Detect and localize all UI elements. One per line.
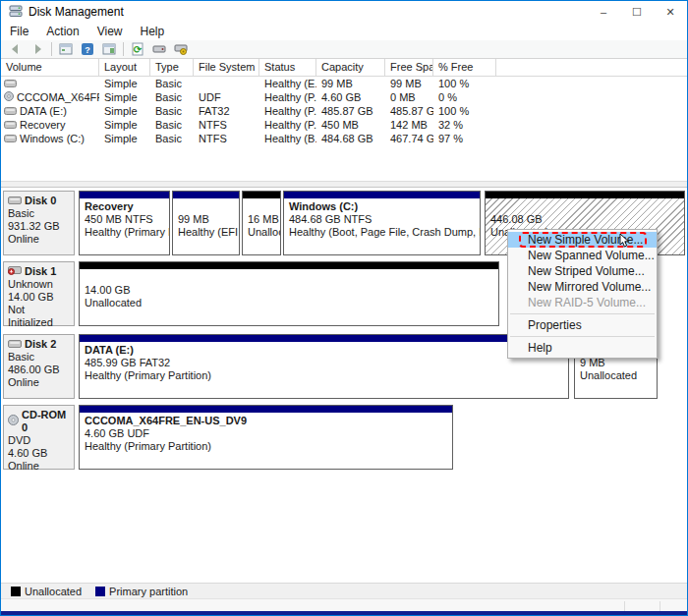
disk-settings-icon[interactable]	[170, 41, 192, 58]
volume-name: Recovery	[20, 118, 65, 132]
disk-type: DVD	[8, 434, 70, 447]
volume-status: Healthy (B...	[259, 132, 316, 145]
partition-cdrom-media[interactable]: CCCOMA_X64FRE_EN-US_DV9 4.60 GB UDF Heal…	[79, 405, 453, 470]
forward-icon[interactable]	[27, 41, 48, 58]
menu-new-mirrored-volume[interactable]: New Mirrored Volume...	[508, 279, 657, 295]
column-header-layout[interactable]: Layout	[99, 59, 150, 76]
column-header-pct-free[interactable]: % Free	[433, 59, 496, 76]
legend-primary-partition: Primary partition	[95, 586, 188, 597]
disk-status: Not Initialized	[8, 304, 70, 329]
volume-pct-free: 0 %	[433, 90, 496, 104]
partition-efi[interactable]: 99 MB Healthy (EFI System Partition)	[172, 191, 240, 255]
minimize-button[interactable]: –	[587, 1, 620, 23]
statusbar-divider	[624, 601, 625, 611]
volume-layout: Simple	[99, 77, 150, 90]
menu-separator	[510, 336, 655, 337]
show-action-pane-icon[interactable]	[98, 41, 120, 58]
toolbar-separator	[123, 42, 124, 56]
partition-windows-c[interactable]: Windows (C:) 484.68 GB NTFS Healthy (Boo…	[283, 191, 481, 255]
partition-color-bar	[486, 192, 684, 198]
column-header-free-space[interactable]: Free Spa...	[385, 59, 433, 76]
menu-new-spanned-volume[interactable]: New Spanned Volume...	[508, 248, 657, 263]
maximize-button[interactable]: ☐	[620, 1, 654, 23]
close-button[interactable]: ✕	[654, 1, 687, 23]
disk0-label[interactable]: Disk 0 Basic 931.32 GB Online	[3, 191, 75, 255]
volume-layout: Simple	[99, 104, 150, 118]
unallocated-context-menu: New Simple Volume... New Spanned Volume.…	[507, 229, 658, 359]
volume-type: Basic	[150, 90, 194, 104]
menu-separator	[510, 313, 655, 314]
column-header-capacity[interactable]: Capacity	[316, 59, 385, 76]
volume-status: Healthy (P...	[259, 118, 316, 132]
back-icon[interactable]	[5, 41, 27, 58]
volume-name: CCCOMA_X64FRE...	[17, 90, 99, 104]
volume-pct-free: 100 %	[433, 77, 496, 90]
menu-help[interactable]: Help	[132, 23, 174, 40]
partition-recovery[interactable]: Recovery 450 MB NTFS Healthy (Primary Pa…	[79, 191, 170, 255]
disk2-label[interactable]: Disk 2 Basic 486.00 GB Online	[3, 334, 75, 399]
volume-free: 467.74 GB	[385, 132, 433, 145]
help-icon[interactable]: ?	[77, 41, 98, 58]
toolbar: ? ⟳	[1, 40, 687, 59]
disk-management-icon	[9, 4, 23, 20]
disc-icon	[4, 90, 14, 104]
partition-color-bar	[173, 192, 239, 198]
column-header-type[interactable]: Type	[150, 59, 194, 76]
volume-fs: NTFS	[194, 132, 259, 145]
window-title: Disk Management	[29, 5, 124, 19]
volume-status: Healthy (P...	[259, 104, 316, 118]
statusbar-divider	[659, 601, 660, 611]
legend-unallocated: Unallocated	[11, 586, 82, 597]
volume-row[interactable]: Simple Basic Healthy (E... 99 MB 99 MB 1…	[1, 77, 687, 90]
disk-name: Disk 2	[25, 338, 56, 351]
menu-new-simple-volume[interactable]: New Simple Volume...	[508, 232, 657, 248]
partition-color-bar	[284, 192, 480, 198]
volume-status: Healthy (P...	[259, 90, 316, 104]
volume-free: 485.87 GB	[385, 104, 433, 118]
column-header-volume[interactable]: Volume	[1, 59, 99, 76]
menu-help[interactable]: Help	[508, 340, 657, 356]
column-header-status[interactable]: Status	[259, 59, 316, 76]
show-console-tree-icon[interactable]	[55, 41, 77, 58]
volume-row[interactable]: CCCOMA_X64FRE... Simple Basic UDF Health…	[1, 90, 687, 104]
menu-action[interactable]: Action	[37, 23, 87, 40]
disk-icon	[8, 338, 22, 351]
partition-unallocated-16mb[interactable]: 16 MB Unallocated	[242, 191, 281, 255]
menu-file[interactable]: File	[1, 23, 37, 40]
volume-list-header: Volume Layout Type File System Status Ca…	[1, 59, 687, 77]
disk-name: CD-ROM 0	[22, 409, 70, 434]
partition-data-e[interactable]: DATA (E:) 485.99 GB FAT32 Healthy (Prima…	[79, 334, 569, 399]
volume-row[interactable]: Windows (C:) Simple Basic NTFS Healthy (…	[1, 132, 687, 145]
primary-partition-swatch	[95, 587, 105, 596]
volume-type: Basic	[150, 132, 194, 145]
volume-fs: UDF	[194, 90, 259, 104]
volume-free: 99 MB	[385, 77, 433, 90]
svg-text:?: ?	[85, 45, 90, 55]
legend-label: Primary partition	[109, 586, 188, 597]
menu-properties[interactable]: Properties	[508, 317, 657, 333]
volume-layout: Simple	[99, 118, 150, 132]
disk-type: Basic	[8, 207, 70, 220]
title-bar: Disk Management – ☐ ✕	[1, 1, 687, 23]
volume-capacity: 450 MB	[316, 118, 385, 132]
volume-row[interactable]: Recovery Simple Basic NTFS Healthy (P...…	[1, 118, 687, 132]
column-header-file-system[interactable]: File System	[194, 59, 259, 76]
disk-size: 931.32 GB	[8, 220, 70, 233]
disk1-label[interactable]: Disk 1 Unknown 14.00 GB Not Initialized	[3, 261, 75, 326]
svg-text:⟳: ⟳	[134, 44, 143, 55]
drive-icon	[4, 104, 17, 118]
volume-name: DATA (E:)	[20, 104, 67, 118]
partition-unallocated-14gb[interactable]: 14.00 GB Unallocated	[79, 261, 499, 326]
volume-pct-free: 100 %	[433, 104, 496, 118]
menu-view[interactable]: View	[88, 23, 132, 40]
menu-new-striped-volume[interactable]: New Striped Volume...	[508, 263, 657, 279]
cdrom0-label[interactable]: CD-ROM 0 DVD 4.60 GB Online	[3, 405, 75, 470]
refresh-icon[interactable]: ⟳	[127, 41, 148, 58]
partition-color-bar	[80, 262, 498, 269]
pane-splitter[interactable]	[1, 181, 687, 188]
drive-icon	[4, 118, 17, 132]
volume-capacity: 4.60 GB	[316, 90, 385, 104]
disk-drive-icon[interactable]	[148, 41, 170, 58]
volume-row[interactable]: DATA (E:) Simple Basic FAT32 Healthy (P.…	[1, 104, 687, 118]
menu-bar: File Action View Help	[1, 23, 687, 40]
